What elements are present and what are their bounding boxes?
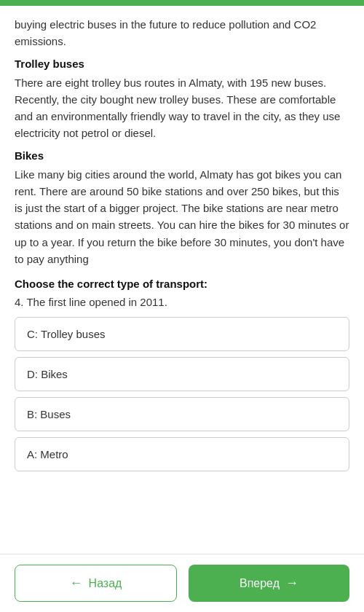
top-bar [0,0,364,6]
back-button[interactable]: Назад [15,565,177,602]
answer-option-A[interactable]: A: Metro [15,437,349,471]
back-arrow-icon [70,576,83,591]
next-button[interactable]: Вперед [189,565,349,602]
answer-option-C[interactable]: C: Trolley buses [15,317,349,351]
section-trolley-buses: Trolley buses There are eight trolley bu… [15,58,349,142]
next-arrow-icon [285,576,298,591]
bikes-body: Like many big cities around the world, A… [15,166,349,268]
trolley-buses-body: There are eight trolley bus routes in Al… [15,74,349,142]
next-label: Вперед [240,577,280,590]
bikes-heading: Bikes [15,149,349,162]
back-label: Назад [89,577,122,590]
bottom-navigation: Назад Вперед [0,554,364,612]
question-section: Choose the correct type of transport: 4.… [15,278,349,471]
answer-option-D[interactable]: D: Bikes [15,357,349,391]
trolley-buses-heading: Trolley buses [15,58,349,70]
answer-option-B[interactable]: B: Buses [15,397,349,431]
intro-text: buying electric buses in the future to r… [15,13,349,50]
question-heading: Choose the correct type of transport: [15,278,349,290]
question-text: 4. The first line opened in 2011. [15,296,349,308]
section-bikes: Bikes Like many big cities around the wo… [15,149,349,268]
